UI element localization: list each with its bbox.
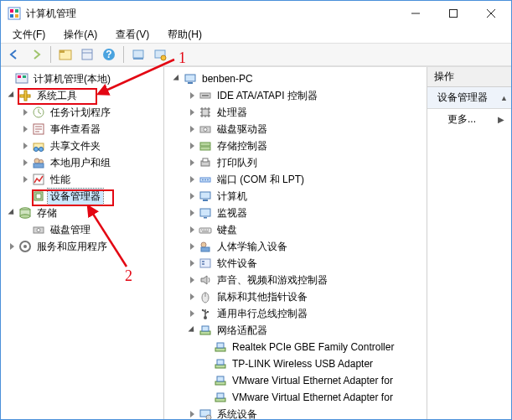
svg-rect-58 bbox=[203, 200, 208, 201]
device-category[interactable]: 声音、视频和游戏控制器 bbox=[166, 272, 425, 288]
device-item[interactable]: TP-LINK Wireless USB Adapter bbox=[166, 355, 425, 372]
svg-point-56 bbox=[207, 179, 209, 181]
ide-icon bbox=[199, 89, 212, 102]
chevron-down-icon[interactable] bbox=[6, 90, 18, 101]
chevron-icon[interactable] bbox=[186, 324, 198, 336]
actions-context[interactable]: 设备管理器 ▲ bbox=[427, 87, 511, 109]
audio-icon bbox=[199, 273, 212, 287]
chevron-icon[interactable] bbox=[186, 174, 198, 185]
kb-icon bbox=[199, 223, 212, 236]
svg-rect-16 bbox=[133, 58, 143, 60]
device-category[interactable]: 存储控制器 bbox=[166, 137, 425, 154]
node-event[interactable]: 事件查看器 bbox=[3, 121, 162, 137]
chevron-right-icon[interactable] bbox=[19, 123, 31, 135]
device-category[interactable]: 通用串行总线控制器 bbox=[166, 305, 425, 322]
close-button[interactable] bbox=[472, 2, 509, 26]
svg-rect-63 bbox=[201, 247, 209, 251]
chevron-icon[interactable] bbox=[186, 224, 198, 236]
device-category[interactable]: 磁盘驱动器 bbox=[166, 121, 425, 137]
view-button-1[interactable] bbox=[128, 44, 148, 65]
chevron-icon[interactable] bbox=[186, 90, 198, 101]
device-category[interactable]: 鼠标和其他指针设备 bbox=[166, 288, 425, 305]
device-item[interactable]: VMware Virtual Ethernet Adapter for bbox=[166, 372, 425, 389]
device-category[interactable]: 软件设备 bbox=[166, 255, 425, 272]
svg-rect-76 bbox=[215, 365, 225, 368]
chevron-icon[interactable] bbox=[186, 190, 198, 202]
properties-button[interactable] bbox=[77, 44, 97, 65]
device-category[interactable]: 键盘 bbox=[166, 221, 425, 238]
result-pane[interactable]: benben-PC IDE ATA/ATAPI 控制器处理器磁盘驱动器存储控制器… bbox=[164, 67, 427, 419]
node-users[interactable]: 本地用户和组 bbox=[3, 154, 162, 171]
forward-button[interactable] bbox=[26, 44, 46, 65]
device-category[interactable]: 系统设备 bbox=[166, 406, 425, 419]
maximize-button[interactable] bbox=[434, 2, 472, 26]
svg-rect-3 bbox=[10, 14, 13, 18]
chevron-icon[interactable] bbox=[186, 408, 198, 419]
node-services-apps[interactable]: 服务和应用程序 bbox=[3, 238, 162, 255]
chevron-icon[interactable] bbox=[186, 157, 198, 169]
chevron-icon[interactable] bbox=[186, 123, 198, 135]
chevron-icon[interactable] bbox=[186, 274, 198, 286]
users-icon bbox=[32, 156, 45, 169]
device-category[interactable]: 打印队列 bbox=[166, 154, 425, 171]
device-root[interactable]: benben-PC bbox=[166, 70, 425, 87]
device-category[interactable]: IDE ATA/ATAPI 控制器 bbox=[166, 87, 425, 104]
device-category[interactable]: 处理器 bbox=[166, 104, 425, 121]
menu-view[interactable]: 查看(V) bbox=[107, 26, 158, 44]
svg-rect-71 bbox=[207, 311, 209, 313]
chevron-right-icon[interactable] bbox=[6, 241, 18, 252]
minimize-button[interactable] bbox=[396, 2, 434, 26]
node-storage[interactable]: 存储 bbox=[3, 205, 162, 221]
menu-action[interactable]: 操作(A) bbox=[55, 26, 106, 44]
chevron-icon[interactable] bbox=[186, 106, 198, 118]
chevron-icon[interactable] bbox=[186, 308, 198, 319]
scope-pane[interactable]: 计算机管理(本地) 系统工具 任务计划程序事件查看器共享文件夹本地用 bbox=[1, 67, 164, 419]
toolbar: ? bbox=[1, 43, 511, 66]
chevron-icon[interactable] bbox=[186, 241, 198, 252]
svg-rect-34 bbox=[36, 194, 41, 199]
device-category[interactable]: 监视器 bbox=[166, 205, 425, 221]
chevron-down-icon[interactable] bbox=[171, 73, 183, 85]
window-title: 计算机管理 bbox=[26, 7, 396, 21]
actions-pane: 操作 设备管理器 ▲ 更多... ▶ bbox=[427, 67, 511, 419]
svg-rect-74 bbox=[215, 348, 225, 351]
back-button[interactable] bbox=[4, 44, 24, 65]
node-system-tools[interactable]: 系统工具 bbox=[3, 87, 162, 104]
node-perf[interactable]: 性能 bbox=[3, 171, 162, 188]
svg-rect-73 bbox=[202, 326, 209, 331]
chevron-right-icon[interactable] bbox=[19, 157, 31, 169]
device-category[interactable]: 网络适配器 bbox=[166, 322, 425, 339]
up-button[interactable] bbox=[55, 44, 75, 65]
view-button-2[interactable] bbox=[150, 44, 170, 65]
svg-point-54 bbox=[202, 179, 204, 181]
node-share[interactable]: 共享文件夹 bbox=[3, 137, 162, 154]
menu-help[interactable]: 帮助(H) bbox=[159, 26, 210, 44]
help-button[interactable]: ? bbox=[99, 44, 119, 65]
chevron-right-icon[interactable] bbox=[19, 174, 31, 185]
chevron-right-icon[interactable] bbox=[19, 106, 31, 118]
menu-file[interactable]: 文件(F) bbox=[4, 26, 54, 44]
device-category[interactable]: 计算机 bbox=[166, 188, 425, 205]
chevron-icon[interactable] bbox=[186, 257, 198, 269]
actions-more[interactable]: 更多... ▶ bbox=[427, 109, 511, 130]
chevron-down-icon[interactable] bbox=[6, 207, 18, 219]
chevron-icon[interactable] bbox=[186, 140, 198, 152]
svg-rect-66 bbox=[202, 263, 204, 265]
node-disk-management[interactable]: 磁盘管理 bbox=[3, 221, 162, 238]
node-task[interactable]: 任务计划程序 bbox=[3, 104, 162, 121]
node-computer-management[interactable]: 计算机管理(本地) bbox=[3, 70, 162, 87]
device-category[interactable]: 人体学输入设备 bbox=[166, 238, 425, 255]
chevron-right-icon[interactable] bbox=[19, 140, 31, 152]
toolbar-separator bbox=[50, 46, 51, 63]
device-category[interactable]: 端口 (COM 和 LPT) bbox=[166, 171, 425, 188]
device-item[interactable]: VMware Virtual Ethernet Adapter for bbox=[166, 389, 425, 406]
svg-point-29 bbox=[34, 158, 39, 163]
svg-rect-31 bbox=[34, 163, 44, 168]
svg-rect-4 bbox=[15, 14, 18, 18]
device-item[interactable]: Realtek PCIe GBE Family Controller bbox=[166, 339, 425, 355]
neta-icon bbox=[214, 391, 227, 404]
node-device[interactable]: 设备管理器 bbox=[3, 188, 162, 205]
chevron-icon[interactable] bbox=[186, 291, 198, 303]
chevron-icon[interactable] bbox=[186, 207, 198, 219]
svg-rect-80 bbox=[215, 398, 225, 402]
